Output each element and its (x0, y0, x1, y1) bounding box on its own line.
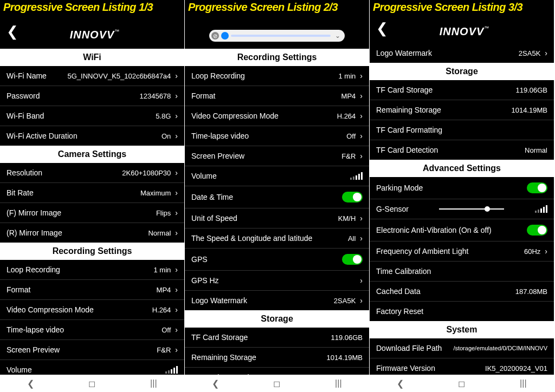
nav-recent-icon[interactable]: ||| (512, 378, 534, 388)
screen-1: Progressive Screen Listing 1/3 ❮ INNOVV™… (0, 0, 185, 392)
row-gpshz[interactable]: GPS Hz› (185, 271, 369, 291)
row-wifi-name[interactable]: Wi-Fi Name 5G_INNOVV_K5_102c6b6847a4› (0, 66, 184, 86)
row-volume[interactable]: Volume (0, 360, 184, 375)
row-timelapse[interactable]: Time-lapse videoOff› (185, 126, 369, 146)
section-storage: Storage (370, 63, 554, 80)
chevron-right-icon: › (360, 276, 363, 285)
row-tf-detect[interactable]: TF Card DetectionNormal (370, 140, 554, 160)
row-factory-reset[interactable]: Factory Reset (370, 302, 554, 321)
chevron-right-icon: › (175, 132, 178, 140)
section-advanced: Advanced Settings (370, 160, 554, 177)
row-remaining[interactable]: Remaining Storage1014.19MB (370, 100, 554, 120)
row-f-mirror[interactable]: (F) Mirror Image Flips› (0, 203, 184, 223)
chevron-right-icon: › (175, 228, 178, 237)
row-cached[interactable]: Cached Data187.08MB (370, 282, 554, 302)
chevron-right-icon: › (360, 71, 363, 80)
row-resolution[interactable]: Resolution 2K60+1080P30› (0, 163, 184, 183)
section-wifi: WiFi (0, 49, 184, 66)
row-datetime[interactable]: Date & Time (185, 186, 369, 208)
settings-scroll[interactable]: Recording Settings Loop Recording1 min› … (185, 49, 369, 375)
nav-back-icon[interactable]: ❮ (390, 378, 411, 389)
chevron-right-icon: › (175, 285, 178, 294)
row-tf-format[interactable]: TF Card Formatting (370, 120, 554, 140)
row-gps[interactable]: GPS (185, 249, 369, 271)
top-list-3: Logo Watermark2SA5K› (370, 43, 554, 63)
row-eav[interactable]: Electronic Anti-Vibration (On & off) (370, 219, 554, 241)
chevron-right-icon: › (175, 208, 178, 217)
settings-scroll[interactable]: WiFi Wi-Fi Name 5G_INNOVV_K5_102c6b6847a… (0, 49, 184, 375)
slider-thumb[interactable] (221, 32, 229, 40)
row-speed-location[interactable]: The Speed & Longitude and latitudeAll› (185, 228, 369, 249)
nav-back-icon[interactable]: ❮ (20, 378, 42, 389)
chevron-right-icon: › (360, 152, 363, 160)
row-format[interactable]: FormatMP4› (185, 86, 369, 106)
row-loop[interactable]: Loop Recording1 min› (185, 66, 369, 86)
recording-list-1: Loop Recording 1 min› Format MP4› Video … (0, 260, 184, 375)
row-tf-storage[interactable]: TF Card Storage119.06GB (370, 80, 554, 100)
chevron-right-icon: › (175, 305, 178, 314)
row-vcm[interactable]: Video Compression Mode H.264› (0, 300, 184, 320)
overlay-title-3: Progressive Screen Listing 3/3 (373, 1, 522, 14)
android-nav-bar: ❮ ◻ ||| (0, 375, 184, 392)
chevron-right-icon: › (175, 345, 178, 354)
row-parking[interactable]: Parking Mode (370, 177, 554, 199)
row-wifi-active[interactable]: Wi-Fi Active Duration On› (0, 126, 184, 146)
row-download-path[interactable]: Download File Path/storage/emulated/0/DC… (370, 338, 554, 358)
section-system: System (370, 321, 554, 338)
row-tf-storage[interactable]: TF Card Storage119.06GB (185, 328, 369, 348)
row-screen-preview[interactable]: Screen Preview F&R› (0, 340, 184, 360)
slider-track[interactable] (231, 35, 331, 37)
screen-2: Progressive Screen Listing 2/3 INNOVV ⊘ … (185, 0, 370, 392)
row-freq-light[interactable]: Frequency of Ambient Light60Hz› (370, 241, 554, 262)
row-loop[interactable]: Loop Recording 1 min› (0, 260, 184, 280)
nav-recent-icon[interactable]: ||| (327, 378, 349, 388)
android-nav-bar: ❮ ◻ ||| (185, 375, 369, 392)
chevron-right-icon: › (175, 188, 178, 197)
nav-back-icon[interactable]: ❮ (205, 378, 227, 389)
gsensor-slider[interactable] (439, 208, 504, 210)
row-screen-preview[interactable]: Screen PreviewF&R› (185, 146, 369, 166)
back-icon[interactable]: ❮ (7, 23, 18, 40)
chevron-right-icon: › (545, 49, 547, 57)
nav-home-icon[interactable]: ◻ (451, 378, 473, 389)
settings-scroll[interactable]: Logo Watermark2SA5K› Storage TF Card Sto… (370, 43, 554, 375)
row-gsensor[interactable]: G-Sensor (370, 199, 554, 219)
overlay-title-1: Progressive Screen Listing 1/3 (3, 1, 153, 14)
nav-recent-icon[interactable]: ||| (143, 378, 164, 388)
row-bitrate[interactable]: Bit Rate Maximum› (0, 183, 184, 203)
row-time-calibration[interactable]: Time Calibration (370, 262, 554, 282)
storage-list-3: TF Card Storage119.06GB Remaining Storag… (370, 80, 554, 160)
chevron-right-icon: › (360, 92, 363, 100)
row-logo-watermark[interactable]: Logo Watermark2SA5K› (185, 291, 369, 310)
toggle-parking[interactable] (527, 182, 547, 193)
chevron-right-icon: › (175, 92, 178, 100)
row-r-mirror[interactable]: (R) Mirror Image Normal› (0, 223, 184, 243)
row-timelapse[interactable]: Time-lapse video Off› (0, 320, 184, 340)
row-tf-format[interactable]: TF Card Formatting (185, 368, 369, 375)
row-unit-speed[interactable]: Unit of SpeedKM/H› (185, 208, 369, 228)
chevron-right-icon: › (175, 325, 178, 334)
row-logo-watermark[interactable]: Logo Watermark2SA5K› (370, 43, 554, 63)
toggle-gps[interactable] (342, 254, 363, 265)
nav-home-icon[interactable]: ◻ (266, 378, 288, 389)
toggle-eav[interactable] (527, 225, 547, 236)
back-icon[interactable]: ❮ (376, 20, 388, 37)
system-list: Download File Path/storage/emulated/0/DC… (370, 338, 554, 375)
row-volume[interactable]: Volume (185, 166, 369, 186)
row-firmware[interactable]: Firmware VersionIK5_20200924_V01 (370, 358, 554, 375)
row-format[interactable]: Format MP4› (0, 280, 184, 300)
row-wifi-password[interactable]: Password 12345678› (0, 86, 184, 106)
row-remaining[interactable]: Remaining Storage1014.19MB (185, 348, 369, 368)
row-wifi-band[interactable]: Wi-Fi Band 5.8G› (0, 106, 184, 126)
volume-popup[interactable]: ⊘ ⌄ (209, 30, 345, 42)
chevron-down-icon[interactable]: ⌄ (333, 32, 343, 40)
brand-logo: INNOVV™ (398, 25, 531, 38)
section-recording: Recording Settings (185, 49, 369, 66)
row-vcm[interactable]: Video Compression ModeH.264› (185, 106, 369, 126)
recording-list-2: Loop Recording1 min› FormatMP4› Video Co… (185, 66, 369, 310)
mute-icon: ⊘ (211, 32, 219, 40)
toggle-datetime[interactable] (342, 192, 363, 202)
section-recording: Recording Settings (0, 243, 184, 260)
chevron-right-icon: › (545, 247, 547, 256)
nav-home-icon[interactable]: ◻ (81, 378, 103, 389)
